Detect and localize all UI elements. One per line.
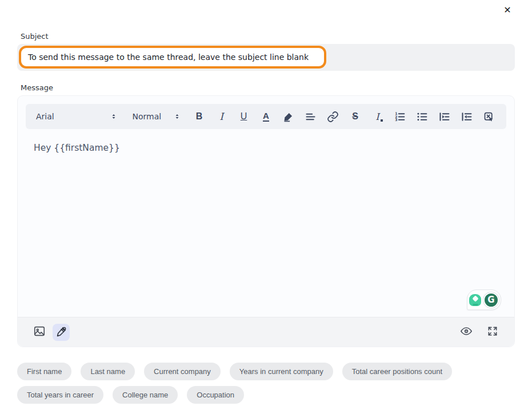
preview-button[interactable]	[458, 324, 474, 340]
image-icon	[33, 325, 46, 339]
variable-chip-total-career-positions-count[interactable]: Total career positions count	[342, 363, 452, 380]
highlighter-icon	[282, 111, 294, 123]
clear-formatting-button[interactable]: I	[370, 108, 385, 124]
indent-icon	[438, 111, 450, 123]
subject-placeholder: To send this message to the same thread,…	[28, 53, 309, 62]
remove-element-icon	[483, 111, 495, 123]
variable-chip-first-name[interactable]: First name	[17, 363, 71, 380]
italic-button[interactable]: I	[214, 108, 229, 124]
signature-button[interactable]	[53, 324, 70, 341]
paragraph-style-value: Normal	[133, 112, 162, 121]
message-body-input[interactable]: Hey {{firstName}}	[18, 137, 514, 317]
variable-chip-occupation[interactable]: Occupation	[187, 386, 244, 404]
message-editor: Arial Normal B I U	[17, 95, 515, 347]
ordered-list-button[interactable]: 123	[393, 108, 407, 124]
variable-chip-college-name[interactable]: College name	[113, 386, 178, 404]
highlight-button[interactable]	[281, 108, 295, 124]
editor-footer-bar	[18, 317, 514, 347]
expand-icon	[487, 325, 498, 339]
variable-chip-current-company[interactable]: Current company	[144, 363, 221, 380]
text-color-icon: A	[263, 111, 269, 122]
bullet-list-button[interactable]	[415, 108, 429, 124]
message-text: Hey {{firstName}}	[34, 143, 498, 153]
signature-pen-icon	[55, 325, 67, 339]
paragraph-style-select[interactable]: Normal	[133, 112, 182, 121]
text-color-button[interactable]: A	[259, 108, 273, 124]
underline-icon: U	[241, 111, 247, 122]
subject-label: Subject	[21, 32, 49, 41]
strikethrough-button[interactable]: S	[348, 108, 362, 124]
format-tools: B I U A	[192, 108, 496, 124]
link-button[interactable]	[326, 108, 340, 124]
remove-element-button[interactable]	[482, 108, 496, 124]
link-icon	[327, 111, 339, 123]
font-family-value: Arial	[36, 112, 54, 121]
bulb-base	[473, 304, 478, 306]
suggestion-bulb-icon[interactable]	[469, 294, 481, 306]
variable-chip-last-name[interactable]: Last name	[81, 363, 135, 380]
insert-image-button[interactable]	[31, 324, 47, 340]
subject-input[interactable]: To send this message to the same thread,…	[17, 44, 515, 71]
align-button[interactable]	[303, 108, 318, 124]
message-label: Message	[21, 83, 53, 92]
close-button[interactable]: ✕	[501, 3, 514, 16]
italic-icon: I	[219, 111, 223, 122]
expand-button[interactable]	[485, 324, 501, 340]
indent-button[interactable]	[437, 108, 451, 124]
outdent-icon	[461, 111, 473, 123]
bulb-diamond	[472, 296, 478, 302]
underline-button[interactable]: U	[237, 108, 251, 124]
strikethrough-icon: S	[352, 111, 358, 122]
annotation-highlight: To send this message to the same thread,…	[19, 46, 326, 69]
editor-toolbar: Arial Normal B I U	[26, 104, 506, 129]
outdent-button[interactable]	[459, 108, 474, 124]
ordered-list-icon: 123	[394, 111, 406, 123]
variable-chip-years-in-current-company[interactable]: Years in current company	[230, 363, 333, 380]
chevron-updown-icon	[173, 112, 181, 120]
bold-icon: B	[196, 111, 203, 122]
font-family-select[interactable]: Arial	[36, 112, 118, 121]
clear-formatting-dot	[381, 119, 383, 122]
chevron-updown-icon	[110, 112, 118, 120]
clear-formatting-icon: I	[375, 111, 379, 122]
preview-eye-icon	[460, 325, 473, 339]
variable-chip-total-years-in-career[interactable]: Total years in career	[17, 386, 103, 404]
variable-chips: First name Last name Current company Yea…	[17, 363, 520, 404]
footer-right-tools	[458, 324, 501, 340]
bullet-list-icon	[416, 111, 428, 123]
bold-button[interactable]: B	[192, 108, 206, 124]
grammarly-widget[interactable]: G	[467, 290, 501, 310]
svg-text:3: 3	[395, 117, 397, 121]
compose-message-dialog: ✕ Subject To send this message to the sa…	[0, 0, 532, 410]
grammarly-g-letter: G	[487, 295, 494, 305]
close-icon: ✕	[503, 5, 511, 15]
grammarly-g-icon[interactable]: G	[483, 292, 499, 308]
align-icon	[305, 111, 317, 123]
